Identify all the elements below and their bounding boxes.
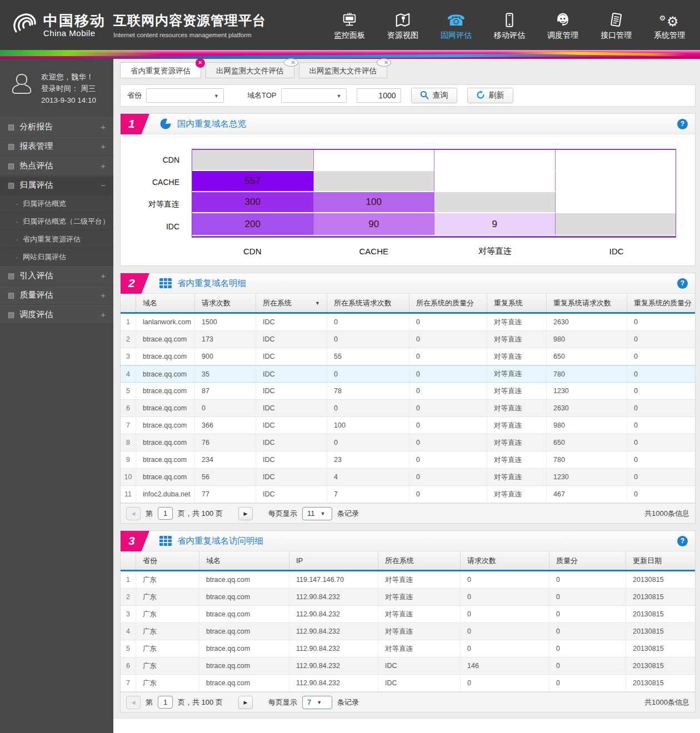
table-cell: 0 (195, 400, 256, 416)
page-number-input[interactable]: 1 (158, 507, 173, 520)
per-page-select[interactable]: 11▼ (302, 507, 332, 520)
row-number: 6 (121, 400, 136, 416)
nav-mobile-eval[interactable]: 移动评估 (492, 9, 527, 41)
row-number: 10 (121, 469, 136, 485)
nav-dispatch-mgmt[interactable]: 调度管理 (546, 9, 580, 41)
table-cell: 0 (409, 383, 487, 399)
expand-icon[interactable]: + (101, 122, 106, 132)
bullet-icon: · (16, 199, 18, 208)
document-icon (608, 9, 624, 31)
nav-system-mgmt[interactable]: ⚙⚙系统管理 (652, 9, 687, 41)
sidebar-sub-province-duplicate[interactable]: ·省内重复资源评估 (0, 230, 113, 248)
table-cell: IDC (256, 348, 327, 365)
table-cell: 0 (627, 400, 695, 416)
table-row[interactable]: 1广东btrace.qq.com119.147.146.70对等直连002013… (121, 571, 695, 589)
table-cell: 4 (327, 469, 409, 485)
collapse-icon[interactable]: − (101, 180, 106, 190)
sidebar-item-hotspot-eval[interactable]: ▤热点评估+ (0, 156, 113, 175)
prev-page-button[interactable]: ◀ (126, 507, 141, 520)
help-icon[interactable]: ? (677, 536, 688, 546)
sidebar-sub-belong-overview[interactable]: ·归属评估概览 (0, 195, 113, 213)
app-header: 中国移动 China Mobile 互联网内容资源管理平台 Internet c… (0, 0, 700, 50)
nav-interface-mgmt[interactable]: 接口管理 (599, 9, 633, 41)
domain-top-select[interactable]: ▼ (281, 88, 347, 103)
heatmap-cell (434, 171, 555, 192)
table-cell: 980 (547, 331, 627, 348)
row-number: 7 (121, 675, 136, 691)
per-page-value: 7 (307, 698, 311, 706)
nav-item-label: 调度管理 (547, 31, 578, 41)
document-icon: ▤ (8, 162, 14, 170)
close-icon[interactable]: ✕ (196, 58, 205, 68)
close-icon[interactable]: ✕ (284, 58, 298, 67)
expand-icon[interactable]: + (101, 142, 106, 151)
sidebar-item-import-eval[interactable]: ▤引入评估+ (0, 266, 113, 285)
table-cell: 广东 (136, 589, 199, 605)
table-row[interactable]: 2btrace.qq.com173IDC00对等直连9800 (121, 331, 695, 348)
table-cell: 广东 (136, 657, 199, 674)
heatmap-cell: 300 (192, 192, 313, 213)
search-button[interactable]: 查询 (411, 88, 457, 103)
headset-icon (554, 9, 571, 31)
table-cell: 0 (461, 640, 549, 657)
sidebar-item-dispatch-eval[interactable]: ▤调度评估+ (0, 305, 113, 324)
table-row[interactable]: 7btrace.qq.com366IDC1000对等直连9800 (121, 417, 695, 434)
per-page-select[interactable]: 7▼ (302, 696, 332, 709)
table-row[interactable]: 10btrace.qq.com56IDC40对等直连12300 (121, 469, 695, 486)
sidebar-sub-site-belong[interactable]: ·网站归属评估 (0, 248, 113, 266)
top-count-input[interactable] (357, 88, 401, 103)
table-cell: 173 (195, 331, 256, 348)
sidebar-item-analysis-report[interactable]: ▤分析报告+ (0, 117, 113, 137)
nav-resource-view[interactable]: 资源视图 (386, 9, 420, 41)
sidebar-item-belong-eval[interactable]: ▤归属评估− (0, 175, 113, 195)
sidebar-item-quality-eval[interactable]: ▤质量评估+ (0, 285, 113, 305)
table-row[interactable]: 6广东btrace.qq.com112.90.84.232IDC14602013… (121, 657, 695, 675)
help-icon[interactable]: ? (677, 278, 688, 289)
table-row[interactable]: 7广东btrace.qq.com112.90.84.232IDC00201308… (121, 675, 695, 692)
table-row[interactable]: 5广东btrace.qq.com112.90.84.232对等直连0020130… (121, 640, 695, 657)
next-page-button[interactable]: ▶ (238, 507, 253, 520)
next-page-button[interactable]: ▶ (238, 696, 253, 709)
close-icon[interactable]: ✕ (377, 58, 391, 67)
table-row[interactable]: 6btrace.qq.com0IDC00对等直连26300 (121, 400, 695, 417)
table-row[interactable]: 3广东btrace.qq.com112.90.84.232对等直连0020130… (121, 606, 695, 623)
page-number-input[interactable]: 1 (158, 696, 173, 709)
sidebar-subitem-label: 省内重复资源评估 (23, 234, 81, 244)
nav-fixed-network[interactable]: ☎固网评估 (439, 9, 473, 41)
table-cell: 0 (549, 657, 626, 674)
brand-stripe (0, 50, 700, 59)
table-row[interactable]: 5btrace.qq.com87IDC780对等直连12300 (121, 383, 695, 400)
column-header: 重复系统 (487, 294, 547, 312)
nav-monitor-panel[interactable]: 监控面板 (332, 9, 367, 41)
table-cell: 112.90.84.232 (289, 606, 378, 622)
table-cell: 对等直连 (487, 469, 547, 485)
table-row[interactable]: 2广东btrace.qq.com112.90.84.232对等直连0020130… (121, 589, 695, 606)
table-row[interactable]: 9btrace.qq.com234IDC230对等直连7800 (121, 451, 695, 469)
table-row[interactable]: 11infoc2.duba.net77IDC70对等直连4670 (121, 486, 695, 503)
refresh-button[interactable]: 刷新 (467, 88, 513, 103)
help-icon[interactable]: ? (677, 119, 688, 129)
table-row[interactable]: 1lanlanwork.com1500IDC00对等直连26300 (121, 314, 695, 331)
logo-text-cn: 中国移动 (43, 13, 106, 28)
tab-outbound-bigfile-2[interactable]: 出网监测大文件评估✕ (299, 62, 388, 78)
table-cell: IDC (256, 383, 327, 399)
nav-item-label: 固网评估 (441, 31, 472, 41)
table-cell: btrace.qq.com (199, 606, 289, 622)
tab-outbound-bigfile-1[interactable]: 出网监测大文件评估✕ (206, 62, 294, 78)
expand-icon[interactable]: + (101, 271, 106, 280)
detail-table-pager: ◀第1页，共 100 页▶每页显示11▼条记录共1000条信息 (121, 503, 695, 523)
filter-chevron-icon[interactable]: ▼ (315, 300, 320, 306)
sidebar-sub-belong-overview-l2[interactable]: ·归属评估概览（二级平台） (0, 213, 113, 230)
sidebar-item-report-mgmt[interactable]: ▤报表管理+ (0, 137, 113, 156)
expand-icon[interactable]: + (101, 161, 106, 170)
expand-icon[interactable]: + (101, 310, 106, 319)
table-row[interactable]: 4btrace.qq.com35IDC00对等直连7800 (121, 365, 695, 383)
table-row[interactable]: 3btrace.qq.com900IDC550对等直连6500 (121, 348, 695, 365)
prev-page-button[interactable]: ◀ (126, 696, 141, 709)
tab-province-duplicate[interactable]: 省内重复资源评估✕ (120, 62, 201, 78)
expand-icon[interactable]: + (101, 290, 106, 300)
table-row[interactable]: 4广东btrace.qq.com112.90.84.232对等直连0020130… (121, 623, 695, 640)
province-select[interactable]: ▼ (146, 88, 224, 103)
table-row[interactable]: 8btrace.qq.com76IDC00对等直连6500 (121, 434, 695, 451)
column-header-label: 重复系统的质量分 (634, 298, 692, 308)
